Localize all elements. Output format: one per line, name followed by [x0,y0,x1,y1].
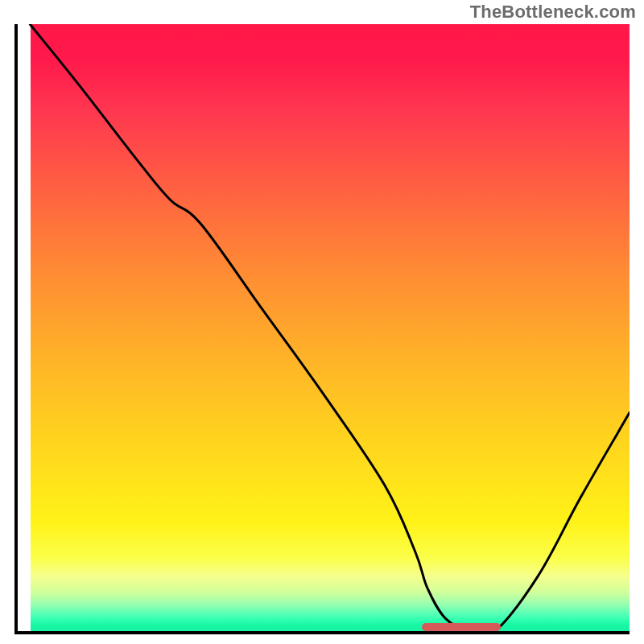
optimum-marker [422,623,502,631]
curve-layer [18,24,630,631]
axes [14,24,630,634]
chart-frame: TheBottleneck.com [0,0,644,644]
watermark-text: TheBottleneck.com [470,2,636,23]
plot-area [18,24,630,631]
curve-path [30,24,630,631]
